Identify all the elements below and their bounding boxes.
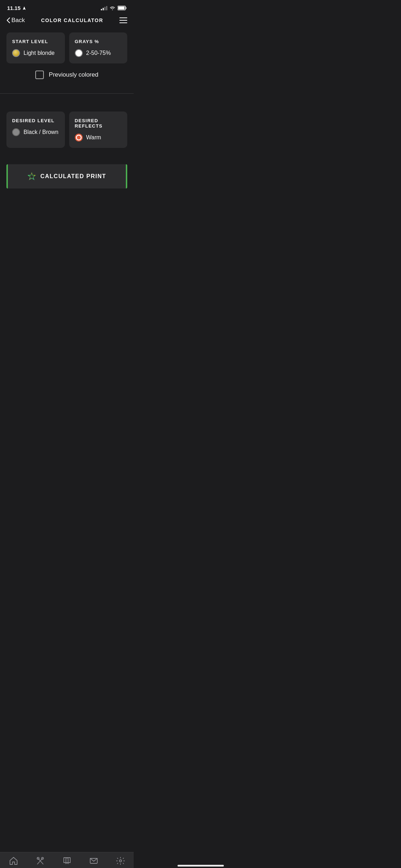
wifi-icon [109,6,115,10]
battery-icon [118,6,127,10]
desired-reflects-value-row: Warm [75,134,122,141]
svg-rect-1 [103,8,104,10]
grays-value: 2-50-75% [86,50,111,56]
calculated-print-button[interactable]: CALCULATED PRINT [6,164,127,188]
nav-bar: Back COLOR CALCULATOR [0,14,134,28]
desired-level-value-row: Black / Brown [12,128,59,136]
time-display: 11.15 [7,5,21,11]
svg-rect-2 [104,7,106,10]
menu-button[interactable] [119,17,127,23]
desired-reflects-dot [75,134,83,141]
back-label: Back [11,17,25,24]
start-level-value: Light blonde [24,50,55,56]
grays-label: GRAYS % [75,39,122,44]
svg-rect-3 [106,6,107,10]
status-icons [101,6,127,10]
start-level-card[interactable]: START LEVEL Light blonde [6,32,65,63]
top-section: START LEVEL Light blonde GRAYS % 2-50-75… [0,28,134,93]
signal-icon [101,6,107,10]
desired-level-dot [12,128,20,136]
svg-rect-0 [101,9,102,10]
tab-spacer [0,194,134,223]
grays-card[interactable]: GRAYS % 2-50-75% [69,32,128,63]
svg-rect-6 [126,7,127,9]
status-bar: 11.15 [0,0,134,14]
grays-dot [75,49,83,57]
location-icon [22,6,26,10]
star-icon [27,172,36,181]
page-title: COLOR CALCULATOR [41,17,103,23]
desired-reflects-value: Warm [86,134,101,141]
svg-rect-5 [118,7,125,10]
desired-level-value: Black / Brown [24,129,58,135]
start-level-dot [12,49,20,57]
previously-colored-label: Previously colored [49,71,98,78]
calculated-print-label: CALCULATED PRINT [40,173,106,180]
back-chevron-icon [6,17,10,23]
start-level-label: START LEVEL [12,39,59,44]
previously-colored-checkbox[interactable] [35,71,44,79]
bottom-section: DESIRED LEVEL Black / Brown DESIRED REFL… [0,94,134,154]
bottom-cards-row: DESIRED LEVEL Black / Brown DESIRED REFL… [6,112,127,148]
desired-level-card[interactable]: DESIRED LEVEL Black / Brown [6,112,65,148]
status-time: 11.15 [7,5,26,11]
top-cards-row: START LEVEL Light blonde GRAYS % 2-50-75… [6,32,127,63]
desired-reflects-label: DESIRED REFLECTS [75,118,122,129]
start-level-value-row: Light blonde [12,49,59,57]
desired-reflects-card[interactable]: DESIRED REFLECTS Warm [69,112,128,148]
previously-colored-row: Previously colored [6,63,127,88]
grays-value-row: 2-50-75% [75,49,122,57]
desired-level-label: DESIRED LEVEL [12,118,59,123]
back-button[interactable]: Back [6,17,25,24]
